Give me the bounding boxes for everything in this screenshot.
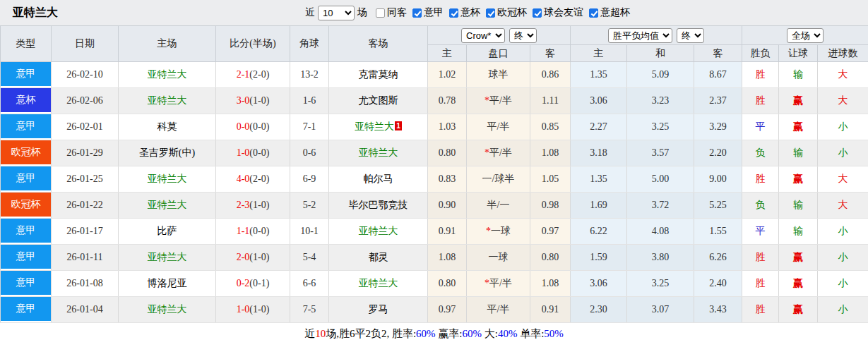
scope-select[interactable]: 全场 xyxy=(787,28,824,43)
home-team-link[interactable]: 比萨 xyxy=(157,226,177,236)
away-team-link[interactable]: 尤文图斯 xyxy=(359,95,398,106)
competition-badge[interactable]: 意甲 xyxy=(1,271,51,295)
checkbox-欧冠杯[interactable] xyxy=(486,8,495,18)
home-team-link[interactable]: 博洛尼亚 xyxy=(148,278,187,288)
checkbox-意杯[interactable] xyxy=(449,8,458,18)
summary-segment: 赢率: xyxy=(436,328,463,339)
handicap-away-odds: 1.08 xyxy=(530,271,571,297)
handicap-line: 一/球半 xyxy=(467,166,530,193)
competition-badge[interactable]: 意甲 xyxy=(1,166,51,190)
checkbox-意甲[interactable] xyxy=(412,8,422,18)
handicap-away-odds: 1.08 xyxy=(530,140,571,166)
result-cell: 胜 xyxy=(742,88,779,114)
summary-segment: 10 xyxy=(315,328,326,339)
competition-badge[interactable]: 意甲 xyxy=(1,245,51,269)
handicap-line-text: 一球 xyxy=(491,226,511,236)
score-cell: 0-0(0-0) xyxy=(216,114,290,140)
corners-cell: 7-1 xyxy=(290,114,329,140)
home-team-link[interactable]: 亚特兰大 xyxy=(148,95,187,106)
home-cell: 博洛尼亚 xyxy=(119,271,216,297)
away-team-link[interactable]: 都灵 xyxy=(369,252,388,262)
competition-badge[interactable]: 意甲 xyxy=(1,219,51,243)
competition-badge[interactable]: 欧冠杯 xyxy=(1,193,51,217)
result-cell: 负 xyxy=(742,140,779,166)
match-date: 26-01-11 xyxy=(52,245,119,271)
summary-segment: 60% xyxy=(463,328,482,339)
handicap-line-text: 平/半 xyxy=(489,95,512,106)
home-team-link[interactable]: 亚特兰大 xyxy=(148,174,187,184)
subcol-eu-home: 主 xyxy=(571,45,627,62)
away-team-link[interactable]: 亚特兰大 xyxy=(359,147,398,158)
odds-avg-select[interactable]: 胜平负均值 xyxy=(608,28,672,43)
avg-draw-odds: 4.08 xyxy=(627,219,694,245)
result-cell: 胜 xyxy=(742,297,779,323)
competition-badge[interactable]: 意杯 xyxy=(1,88,51,112)
away-team-link[interactable]: 毕尔巴鄂竞技 xyxy=(349,200,408,210)
bookmaker-select[interactable]: Crow* xyxy=(461,28,505,43)
result-cell: 胜 xyxy=(742,271,779,297)
away-team-link[interactable]: 亚特兰大 xyxy=(355,121,394,132)
away-team-link[interactable]: 帕尔马 xyxy=(364,174,393,184)
handicap-home-odds: 0.97 xyxy=(428,297,467,323)
handicap-line: 平/半 xyxy=(467,114,530,140)
handicap-away-odds: 0.91 xyxy=(530,297,571,323)
home-team-link[interactable]: 圣吉罗斯(中) xyxy=(139,147,195,158)
handicap-result-cell: 输 xyxy=(779,219,818,245)
match-count-select[interactable]: 10 xyxy=(318,6,355,20)
away-team-link[interactable]: 亚特兰大 xyxy=(359,226,398,236)
handicap-line: 一球 xyxy=(467,245,530,271)
type-cell: 意杯 xyxy=(1,88,52,114)
away-cell: 尤文图斯 xyxy=(329,88,428,114)
home-team-link[interactable]: 亚特兰大 xyxy=(148,304,187,315)
summary-segment: 50% xyxy=(544,328,564,339)
score-cell: 3-0(1-0) xyxy=(216,88,290,114)
live-star: * xyxy=(484,278,489,288)
away-team-link[interactable]: 克雷莫纳 xyxy=(359,69,398,80)
home-team-link[interactable]: 亚特兰大 xyxy=(148,252,187,262)
odds-time-select[interactable]: 终 xyxy=(677,28,704,43)
type-cell: 意甲 xyxy=(1,297,52,323)
handicap-time-select[interactable]: 终 xyxy=(509,28,537,43)
type-cell: 意甲 xyxy=(1,245,52,271)
checkbox-意超杯[interactable] xyxy=(589,8,598,18)
handicap-result-cell: 输 xyxy=(779,62,818,88)
result-group-header: 全场 xyxy=(742,26,868,45)
final-score: 0-0 xyxy=(237,121,250,132)
match-row: 意甲26-01-25亚特兰大4-0(2-0)6-9帕尔马0.83一/球半1.05… xyxy=(1,166,868,193)
handicap-line: 平/半 xyxy=(467,297,530,323)
match-row: 欧冠杯26-01-29圣吉罗斯(中)1-0(0-0)0-6亚特兰大0.80*平/… xyxy=(1,140,868,166)
checkbox-label-同客: 同客 xyxy=(387,6,407,19)
filter-checkboxes: 同客意甲意杯欧冠杯球会友谊意超杯 xyxy=(370,6,630,19)
away-team-link[interactable]: 罗马 xyxy=(369,304,388,315)
avg-draw-odds: 3.25 xyxy=(627,114,694,140)
checkbox-label-意甲: 意甲 xyxy=(424,6,444,19)
checkbox-label-欧冠杯: 欧冠杯 xyxy=(497,6,527,19)
half-score: (0-0) xyxy=(249,121,269,132)
avg-home-odds: 1.35 xyxy=(571,62,627,88)
competition-badge[interactable]: 欧冠杯 xyxy=(1,140,51,164)
competition-badge[interactable]: 意甲 xyxy=(1,297,51,321)
subcol-goals: 进球数 xyxy=(818,45,868,62)
home-team-link[interactable]: 科莫 xyxy=(157,121,177,132)
competition-badge[interactable]: 意甲 xyxy=(1,62,51,86)
half-score: (1-0) xyxy=(249,95,269,106)
summary-segment: 大: xyxy=(482,328,498,339)
avg-draw-odds: 3.80 xyxy=(627,245,694,271)
score-cell: 2-3(1-0) xyxy=(216,193,290,219)
team-title: 亚特兰大 xyxy=(13,6,58,20)
avg-away-odds: 5.25 xyxy=(694,193,742,219)
home-team-link[interactable]: 亚特兰大 xyxy=(148,200,187,210)
handicap-result-cell: 赢 xyxy=(779,114,818,140)
home-cell: 亚特兰大 xyxy=(119,193,216,219)
handicap-away-odds: 0.98 xyxy=(530,193,571,219)
match-date: 26-02-01 xyxy=(52,114,119,140)
checkbox-球会友谊[interactable] xyxy=(533,8,542,18)
handicap-result-cell: 赢 xyxy=(779,271,818,297)
corners-cell: 1-6 xyxy=(290,88,329,114)
match-row: 意甲26-02-01科莫0-0(0-0)7-1亚特兰大11.03平/半0.852… xyxy=(1,114,868,140)
away-team-link[interactable]: 亚特兰大 xyxy=(359,278,398,288)
home-team-link[interactable]: 亚特兰大 xyxy=(148,69,187,80)
competition-badge[interactable]: 意甲 xyxy=(1,114,51,138)
checkbox-同客[interactable] xyxy=(376,8,385,18)
handicap-group-header: Crow* 终 xyxy=(428,26,571,45)
